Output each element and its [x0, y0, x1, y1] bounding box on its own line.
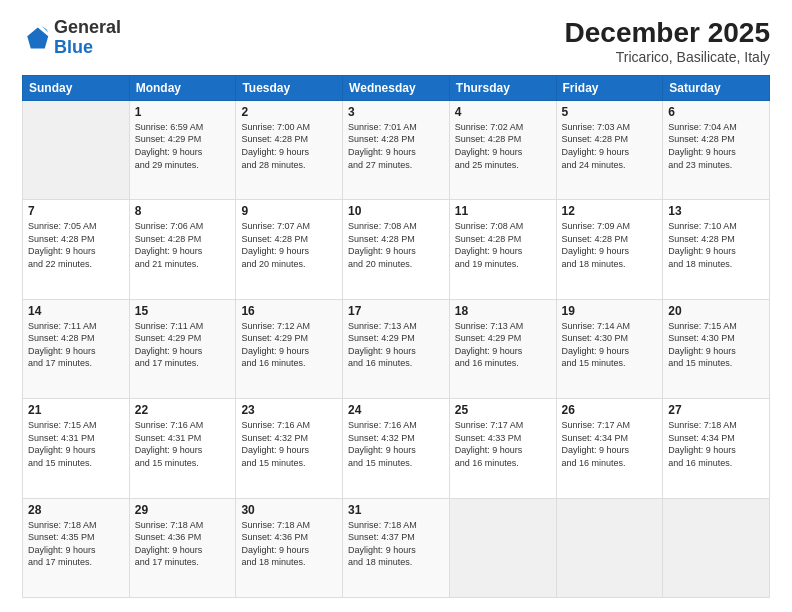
calendar-cell: 6Sunrise: 7:04 AM Sunset: 4:28 PM Daylig… — [663, 100, 770, 199]
day-info: Sunrise: 7:18 AM Sunset: 4:35 PM Dayligh… — [28, 519, 124, 569]
header: General Blue December 2025 Tricarico, Ba… — [22, 18, 770, 65]
day-number: 12 — [562, 204, 658, 218]
calendar-cell: 31Sunrise: 7:18 AM Sunset: 4:37 PM Dayli… — [343, 498, 450, 597]
calendar-cell: 28Sunrise: 7:18 AM Sunset: 4:35 PM Dayli… — [23, 498, 130, 597]
day-number: 22 — [135, 403, 231, 417]
day-info: Sunrise: 7:04 AM Sunset: 4:28 PM Dayligh… — [668, 121, 764, 171]
day-info: Sunrise: 7:14 AM Sunset: 4:30 PM Dayligh… — [562, 320, 658, 370]
logo-text: General Blue — [54, 18, 121, 58]
calendar-week-5: 28Sunrise: 7:18 AM Sunset: 4:35 PM Dayli… — [23, 498, 770, 597]
calendar-cell: 4Sunrise: 7:02 AM Sunset: 4:28 PM Daylig… — [449, 100, 556, 199]
day-info: Sunrise: 7:11 AM Sunset: 4:29 PM Dayligh… — [135, 320, 231, 370]
day-info: Sunrise: 7:15 AM Sunset: 4:31 PM Dayligh… — [28, 419, 124, 469]
col-friday: Friday — [556, 75, 663, 100]
day-number: 8 — [135, 204, 231, 218]
calendar-subtitle: Tricarico, Basilicate, Italy — [565, 49, 770, 65]
calendar-cell: 20Sunrise: 7:15 AM Sunset: 4:30 PM Dayli… — [663, 299, 770, 398]
day-number: 20 — [668, 304, 764, 318]
day-info: Sunrise: 7:02 AM Sunset: 4:28 PM Dayligh… — [455, 121, 551, 171]
title-block: December 2025 Tricarico, Basilicate, Ita… — [565, 18, 770, 65]
day-info: Sunrise: 7:17 AM Sunset: 4:34 PM Dayligh… — [562, 419, 658, 469]
day-info: Sunrise: 7:16 AM Sunset: 4:32 PM Dayligh… — [348, 419, 444, 469]
calendar-cell: 3Sunrise: 7:01 AM Sunset: 4:28 PM Daylig… — [343, 100, 450, 199]
calendar-cell: 21Sunrise: 7:15 AM Sunset: 4:31 PM Dayli… — [23, 399, 130, 498]
col-wednesday: Wednesday — [343, 75, 450, 100]
day-info: Sunrise: 7:13 AM Sunset: 4:29 PM Dayligh… — [455, 320, 551, 370]
calendar-cell: 1Sunrise: 6:59 AM Sunset: 4:29 PM Daylig… — [129, 100, 236, 199]
calendar-week-1: 1Sunrise: 6:59 AM Sunset: 4:29 PM Daylig… — [23, 100, 770, 199]
day-number: 5 — [562, 105, 658, 119]
day-number: 25 — [455, 403, 551, 417]
day-number: 9 — [241, 204, 337, 218]
calendar-cell: 15Sunrise: 7:11 AM Sunset: 4:29 PM Dayli… — [129, 299, 236, 398]
calendar-cell: 8Sunrise: 7:06 AM Sunset: 4:28 PM Daylig… — [129, 200, 236, 299]
calendar-cell: 27Sunrise: 7:18 AM Sunset: 4:34 PM Dayli… — [663, 399, 770, 498]
day-info: Sunrise: 7:08 AM Sunset: 4:28 PM Dayligh… — [455, 220, 551, 270]
day-info: Sunrise: 7:10 AM Sunset: 4:28 PM Dayligh… — [668, 220, 764, 270]
calendar-cell: 2Sunrise: 7:00 AM Sunset: 4:28 PM Daylig… — [236, 100, 343, 199]
calendar-cell — [556, 498, 663, 597]
day-number: 4 — [455, 105, 551, 119]
header-row: Sunday Monday Tuesday Wednesday Thursday… — [23, 75, 770, 100]
day-number: 2 — [241, 105, 337, 119]
day-info: Sunrise: 7:06 AM Sunset: 4:28 PM Dayligh… — [135, 220, 231, 270]
day-number: 28 — [28, 503, 124, 517]
col-sunday: Sunday — [23, 75, 130, 100]
day-number: 30 — [241, 503, 337, 517]
logo: General Blue — [22, 18, 121, 58]
day-info: Sunrise: 7:12 AM Sunset: 4:29 PM Dayligh… — [241, 320, 337, 370]
calendar-week-2: 7Sunrise: 7:05 AM Sunset: 4:28 PM Daylig… — [23, 200, 770, 299]
calendar-cell — [449, 498, 556, 597]
calendar-cell: 10Sunrise: 7:08 AM Sunset: 4:28 PM Dayli… — [343, 200, 450, 299]
day-info: Sunrise: 7:18 AM Sunset: 4:34 PM Dayligh… — [668, 419, 764, 469]
calendar-cell: 17Sunrise: 7:13 AM Sunset: 4:29 PM Dayli… — [343, 299, 450, 398]
day-info: Sunrise: 7:01 AM Sunset: 4:28 PM Dayligh… — [348, 121, 444, 171]
calendar-cell: 11Sunrise: 7:08 AM Sunset: 4:28 PM Dayli… — [449, 200, 556, 299]
calendar-cell: 26Sunrise: 7:17 AM Sunset: 4:34 PM Dayli… — [556, 399, 663, 498]
calendar-cell: 9Sunrise: 7:07 AM Sunset: 4:28 PM Daylig… — [236, 200, 343, 299]
calendar-week-4: 21Sunrise: 7:15 AM Sunset: 4:31 PM Dayli… — [23, 399, 770, 498]
logo-icon — [22, 24, 50, 52]
col-saturday: Saturday — [663, 75, 770, 100]
day-info: Sunrise: 7:07 AM Sunset: 4:28 PM Dayligh… — [241, 220, 337, 270]
day-info: Sunrise: 7:05 AM Sunset: 4:28 PM Dayligh… — [28, 220, 124, 270]
day-number: 19 — [562, 304, 658, 318]
calendar-cell: 24Sunrise: 7:16 AM Sunset: 4:32 PM Dayli… — [343, 399, 450, 498]
day-number: 26 — [562, 403, 658, 417]
col-tuesday: Tuesday — [236, 75, 343, 100]
col-thursday: Thursday — [449, 75, 556, 100]
day-number: 23 — [241, 403, 337, 417]
day-info: Sunrise: 7:11 AM Sunset: 4:28 PM Dayligh… — [28, 320, 124, 370]
day-number: 3 — [348, 105, 444, 119]
day-info: Sunrise: 6:59 AM Sunset: 4:29 PM Dayligh… — [135, 121, 231, 171]
calendar-cell: 22Sunrise: 7:16 AM Sunset: 4:31 PM Dayli… — [129, 399, 236, 498]
calendar-cell — [23, 100, 130, 199]
calendar-cell: 25Sunrise: 7:17 AM Sunset: 4:33 PM Dayli… — [449, 399, 556, 498]
day-number: 17 — [348, 304, 444, 318]
day-info: Sunrise: 7:00 AM Sunset: 4:28 PM Dayligh… — [241, 121, 337, 171]
day-info: Sunrise: 7:13 AM Sunset: 4:29 PM Dayligh… — [348, 320, 444, 370]
calendar-cell: 14Sunrise: 7:11 AM Sunset: 4:28 PM Dayli… — [23, 299, 130, 398]
day-info: Sunrise: 7:18 AM Sunset: 4:36 PM Dayligh… — [241, 519, 337, 569]
calendar-table: Sunday Monday Tuesday Wednesday Thursday… — [22, 75, 770, 598]
calendar-cell: 7Sunrise: 7:05 AM Sunset: 4:28 PM Daylig… — [23, 200, 130, 299]
logo-general: General — [54, 17, 121, 37]
day-number: 18 — [455, 304, 551, 318]
day-info: Sunrise: 7:08 AM Sunset: 4:28 PM Dayligh… — [348, 220, 444, 270]
day-number: 24 — [348, 403, 444, 417]
day-number: 31 — [348, 503, 444, 517]
day-number: 6 — [668, 105, 764, 119]
day-info: Sunrise: 7:16 AM Sunset: 4:32 PM Dayligh… — [241, 419, 337, 469]
day-number: 21 — [28, 403, 124, 417]
calendar-cell: 16Sunrise: 7:12 AM Sunset: 4:29 PM Dayli… — [236, 299, 343, 398]
calendar-cell: 5Sunrise: 7:03 AM Sunset: 4:28 PM Daylig… — [556, 100, 663, 199]
day-number: 14 — [28, 304, 124, 318]
calendar-cell: 18Sunrise: 7:13 AM Sunset: 4:29 PM Dayli… — [449, 299, 556, 398]
day-info: Sunrise: 7:18 AM Sunset: 4:37 PM Dayligh… — [348, 519, 444, 569]
svg-marker-0 — [27, 27, 48, 48]
calendar-cell: 12Sunrise: 7:09 AM Sunset: 4:28 PM Dayli… — [556, 200, 663, 299]
calendar-week-3: 14Sunrise: 7:11 AM Sunset: 4:28 PM Dayli… — [23, 299, 770, 398]
calendar-cell: 30Sunrise: 7:18 AM Sunset: 4:36 PM Dayli… — [236, 498, 343, 597]
day-info: Sunrise: 7:15 AM Sunset: 4:30 PM Dayligh… — [668, 320, 764, 370]
calendar-cell: 13Sunrise: 7:10 AM Sunset: 4:28 PM Dayli… — [663, 200, 770, 299]
